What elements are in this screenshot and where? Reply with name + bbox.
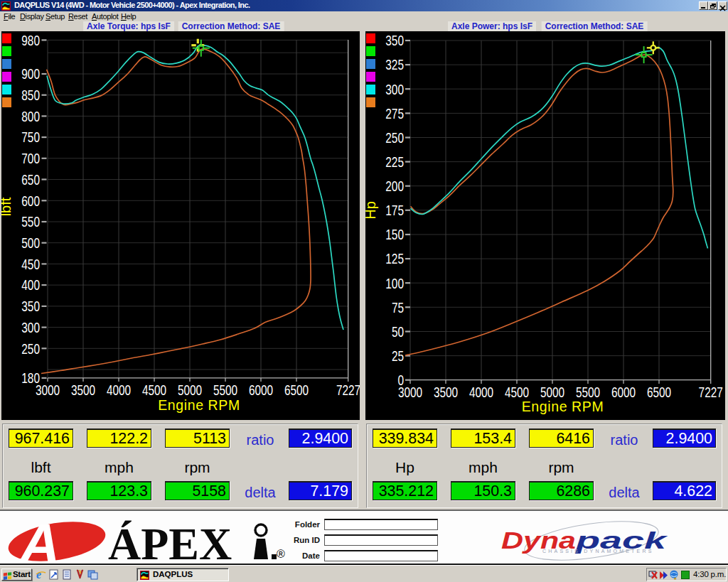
svg-text:350: 350 [21,298,40,314]
svg-text:300: 300 [385,81,404,97]
svg-text:6500: 6500 [284,382,309,398]
svg-text:5000: 5000 [178,382,202,398]
svg-text:650: 650 [21,171,40,188]
svg-text:350: 350 [385,32,404,48]
svg-text:100: 100 [385,275,404,291]
svg-text:®: ® [277,548,285,560]
svg-text:Engine RPM: Engine RPM [158,397,240,413]
svg-text:200: 200 [385,178,404,194]
svg-text:250: 250 [385,129,404,146]
svg-text:150: 150 [385,226,404,242]
svg-text:5000: 5000 [540,384,564,400]
svg-text:7227: 7227 [699,384,723,400]
svg-text:850: 850 [21,87,40,103]
svg-text:4000: 4000 [469,384,493,400]
svg-text:750: 750 [21,129,40,145]
svg-text:6000: 6000 [249,382,273,398]
svg-text:175: 175 [385,202,404,218]
svg-text:3000: 3000 [36,382,60,398]
svg-text:400: 400 [21,276,40,293]
svg-text:250: 250 [21,340,40,357]
svg-text:Hp: Hp [363,201,378,220]
svg-text:980: 980 [21,32,40,48]
svg-text:75: 75 [392,299,404,316]
svg-text:325: 325 [385,56,404,72]
svg-text:5500: 5500 [213,382,237,398]
svg-text:450: 450 [21,256,40,272]
svg-text:5500: 5500 [576,384,600,400]
svg-text:550: 550 [21,213,40,230]
svg-text:700: 700 [21,150,40,166]
svg-text:225: 225 [385,153,404,170]
svg-text:CHASSIS DYNAMOMETERS: CHASSIS DYNAMOMETERS [542,549,654,554]
svg-text:3500: 3500 [71,382,95,398]
svg-text:300: 300 [21,319,40,335]
svg-text:500: 500 [21,235,40,251]
svg-text:25: 25 [392,347,404,364]
svg-text:900: 900 [21,65,40,82]
svg-text:6500: 6500 [647,384,671,400]
svg-text:3000: 3000 [398,384,422,400]
svg-text:7227: 7227 [336,382,360,398]
svg-text:4000: 4000 [107,382,131,398]
svg-text:50: 50 [392,323,404,340]
svg-text:4500: 4500 [142,382,166,398]
svg-text:6000: 6000 [611,384,636,400]
svg-text:lbft: lbft [0,197,14,216]
svg-text:275: 275 [385,105,404,122]
svg-text:800: 800 [21,108,40,124]
svg-text:Engine RPM: Engine RPM [522,399,604,414]
svg-text:e: e [36,569,41,580]
svg-text:ÁPEX: ÁPEX [108,519,232,564]
svg-text:3500: 3500 [434,384,458,400]
svg-text:A: A [18,512,60,564]
svg-text:600: 600 [21,193,40,209]
svg-text:4500: 4500 [505,384,529,400]
svg-text:125: 125 [385,250,404,266]
